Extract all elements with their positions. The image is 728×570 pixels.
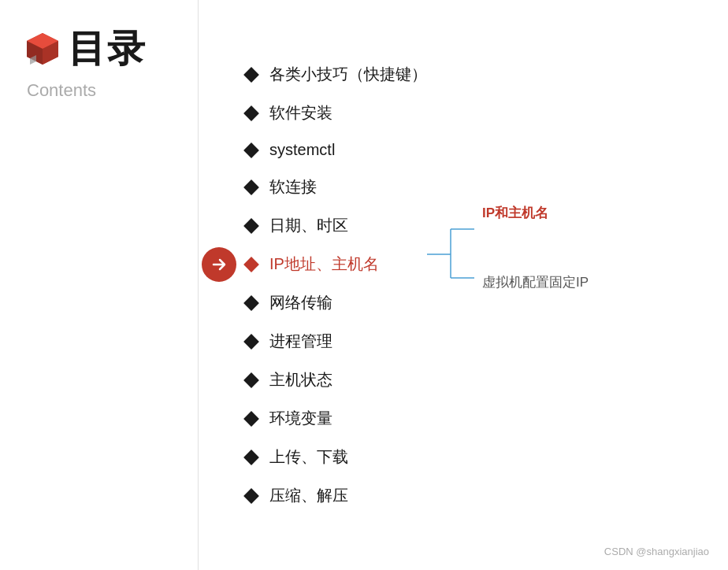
diamond-bullet-icon (243, 372, 259, 388)
diamond-bullet-icon (243, 411, 259, 427)
watermark: CSDN @shangxianjiao (604, 546, 709, 557)
menu-item-text: 日期、时区 (269, 215, 348, 236)
diamond-bullet-icon (243, 142, 259, 158)
diamond-bullet-icon (243, 180, 259, 195)
menu-item-text: 环境变量 (269, 408, 332, 429)
diamond-bullet-icon (243, 450, 259, 465)
menu-item-text: 主机状态 (269, 369, 332, 390)
diamond-bullet-red-icon (243, 257, 259, 272)
menu-item-text: 软件安装 (269, 102, 332, 124)
list-item: 各类小技巧（快捷键） (246, 55, 696, 94)
diamond-bullet-icon (243, 334, 259, 350)
list-item: 上传、下载 (246, 438, 696, 476)
menu-item-text: 各类小技巧（快捷键） (269, 64, 427, 85)
menu-item-text: 压缩、解压 (269, 485, 348, 506)
page-container: 目录 Contents 各类小技巧（快捷键） 软件安装 systemctl (0, 0, 728, 570)
list-item: 压缩、解压 (246, 476, 696, 515)
menu-item-text: systemctl (269, 141, 335, 159)
menu-item-text: 软连接 (269, 176, 317, 198)
contents-label: Contents (27, 80, 96, 101)
active-menu-item-text: IP地址、主机名 (269, 254, 379, 275)
diamond-bullet-icon (243, 488, 259, 504)
sidebar: 目录 Contents (0, 0, 199, 570)
active-list-item: IP地址、主机名 IP和主机名 虚拟机配置固定IP (246, 245, 696, 283)
list-item: 软连接 (246, 168, 696, 206)
diamond-bullet-icon (243, 218, 259, 234)
menu-item-text: 进程管理 (269, 331, 332, 352)
list-item: 主机状态 (246, 361, 696, 399)
diamond-bullet-icon (243, 105, 259, 121)
branch-top-label: IP和主机名 (482, 204, 548, 222)
list-item: 网络传输 (246, 283, 696, 322)
list-item: 环境变量 (246, 399, 696, 438)
main-content: 各类小技巧（快捷键） 软件安装 systemctl 软连接 日期、时区 (199, 0, 728, 570)
diamond-bullet-icon (243, 67, 259, 83)
list-item: 进程管理 (246, 322, 696, 361)
menu-item-text: 上传、下载 (269, 446, 348, 468)
list-item: systemctl (246, 132, 696, 168)
menu-list: 各类小技巧（快捷键） 软件安装 systemctl 软连接 日期、时区 (246, 55, 696, 515)
list-item: 软件安装 (246, 94, 696, 132)
diamond-bullet-icon (243, 295, 259, 311)
logo-icon (24, 30, 61, 68)
logo-title: 目录 (68, 24, 147, 74)
menu-item-text: 网络传输 (269, 292, 332, 313)
arrow-circle-icon (202, 247, 236, 282)
logo-area: 目录 (24, 24, 147, 74)
